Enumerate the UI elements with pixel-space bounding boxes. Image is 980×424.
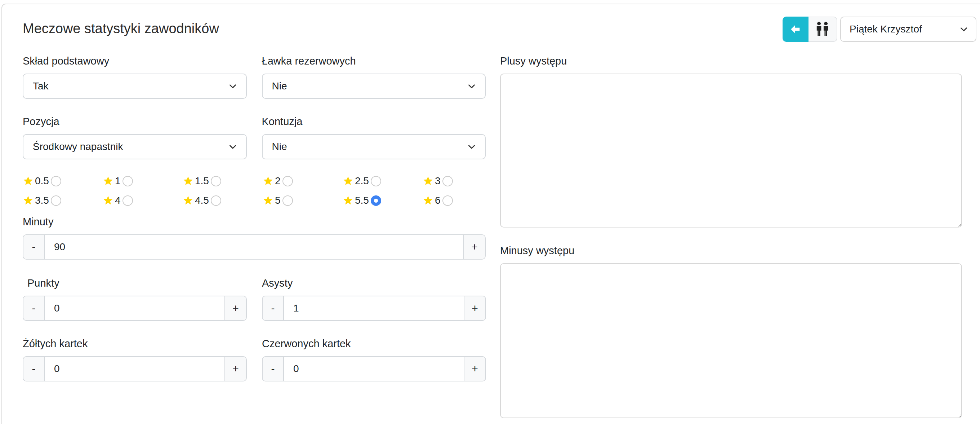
rating-value: 5.5 [355,195,369,206]
rating-option[interactable]: 3 [423,175,503,187]
form: Skład podstawowy Tak Ławka rezerwowych N… [23,55,980,418]
rating-radio[interactable] [442,176,453,186]
field-sklad-podstawowy: Skład podstawowy Tak [23,55,247,99]
czerwonych-minus-button[interactable]: - [262,357,284,381]
field-label: Kontuzja [262,115,486,128]
zoltych-input[interactable] [45,357,224,381]
chevron-down-icon [959,24,969,34]
field-label: Minuty [23,215,486,228]
rating-option[interactable]: 6 [423,195,503,206]
rating-radio[interactable] [442,195,453,206]
zoltych-kartek-stepper: - + [23,356,247,381]
field-label: Ławka rezerwowych [262,55,486,67]
rating-option[interactable]: 3.5 [23,195,103,206]
rating-value: 2.5 [355,175,369,187]
rating-value: 3 [435,175,441,187]
asysty-minus-button[interactable]: - [262,296,284,320]
star-icon [183,195,194,206]
players-button[interactable] [808,17,837,42]
star-icon [23,195,33,206]
field-label: Pozycja [23,115,247,128]
rating-option[interactable]: 4 [103,195,183,206]
chevron-down-icon [228,142,237,151]
rating-radio[interactable] [371,176,381,186]
rating-value: 6 [435,195,441,206]
rating-radio[interactable] [123,195,133,206]
rating-radio[interactable] [282,195,293,206]
rating-value: 4.5 [195,195,209,206]
rating-option[interactable]: 5.5 [343,195,423,206]
rating-option[interactable]: 0.5 [23,175,103,187]
field-asysty: Asysty - + [262,277,486,321]
star-icon [23,175,33,186]
rating-radio[interactable] [51,176,61,186]
arrow-left-icon [789,23,802,35]
player-select[interactable]: Piątek Krzysztof [840,17,977,42]
field-pozycja: Pozycja Środkowy napastnik [23,115,247,159]
kontuzja-select[interactable]: Nie [262,134,486,159]
asysty-stepper: - + [262,296,486,321]
rating-radio[interactable] [51,195,61,206]
asysty-plus-button[interactable]: + [464,296,485,320]
star-icon [343,195,353,206]
rating-value: 1.5 [195,175,209,187]
sklad-podstawowy-select[interactable]: Tak [23,73,247,99]
chevron-down-icon [467,81,476,91]
select-value: Środkowy napastnik [33,141,228,153]
minuty-input[interactable] [45,235,463,259]
field-zoltych-kartek: Żółtych kartek - + [23,338,247,381]
rating-option[interactable]: 2 [262,175,343,187]
star-icon [423,195,433,206]
field-label: Czerwonych kartek [262,338,486,350]
asysty-input[interactable] [284,296,464,320]
rating-radio[interactable] [123,176,133,186]
back-button[interactable] [783,17,808,42]
star-icon [183,175,194,186]
star-icon [262,175,274,186]
punkty-plus-button[interactable]: + [224,296,246,320]
field-label: Asysty [262,277,486,289]
rating-option[interactable]: 4.5 [183,195,262,206]
zoltych-minus-button[interactable]: - [24,357,45,381]
field-label: Żółtych kartek [23,338,247,350]
rating-value: 0.5 [35,175,49,187]
field-lawka-rezerwowych: Ławka rezerwowych Nie [262,55,486,99]
czerwonych-input[interactable] [284,357,464,381]
select-value: Nie [272,80,467,92]
star-icon [423,175,433,186]
rating-option[interactable]: 2.5 [343,175,423,187]
minuty-minus-button[interactable]: - [24,235,45,259]
rating-radio[interactable] [211,176,221,186]
rating-radio[interactable] [211,195,221,206]
rating-option[interactable]: 1 [103,175,183,187]
star-icon [262,195,274,206]
rating-option[interactable]: 5 [262,195,343,206]
rating-value: 1 [115,175,121,187]
rating-radio[interactable] [371,195,381,206]
plusy-wystepu-textarea[interactable] [500,73,962,228]
rating-grid: 0.5 1 1.5 2 2.5 3 3.5 4 4.5 [23,175,486,206]
rating-option[interactable]: 1.5 [183,175,262,187]
czerwonych-plus-button[interactable]: + [464,357,485,381]
czerwonych-kartek-stepper: - + [262,356,486,381]
punkty-input[interactable] [45,296,224,320]
minusy-wystepu-textarea[interactable] [500,263,962,418]
people-icon [814,22,831,37]
star-icon [103,175,113,186]
rating-radio[interactable] [282,176,293,186]
rating-value: 3.5 [35,195,49,206]
field-kontuzja: Kontuzja Nie [262,115,486,159]
punkty-minus-button[interactable]: - [24,296,45,320]
select-value: Nie [272,141,467,153]
star-icon [103,195,113,206]
field-label: Skład podstawowy [23,55,247,67]
field-label: Punkty [23,277,247,289]
minuty-plus-button[interactable]: + [463,235,485,259]
lawka-rezerwowych-select[interactable]: Nie [262,73,486,99]
player-select-value: Piątek Krzysztof [850,24,959,35]
field-czerwonych-kartek: Czerwonych kartek - + [262,338,486,381]
chevron-down-icon [467,142,476,151]
pozycja-select[interactable]: Środkowy napastnik [23,134,247,159]
left-column: Skład podstawowy Tak Ławka rezerwowych N… [23,55,486,418]
zoltych-plus-button[interactable]: + [224,357,246,381]
